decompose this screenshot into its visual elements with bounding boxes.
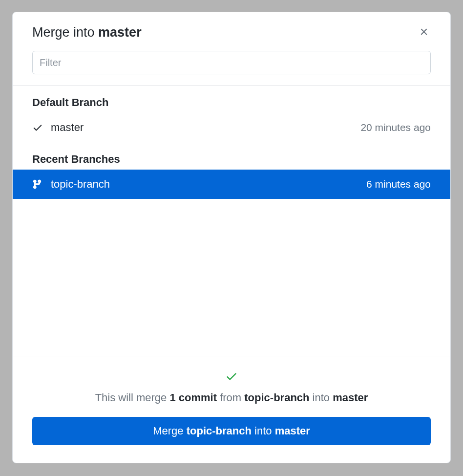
check-icon: [32, 122, 47, 133]
button-target: master: [275, 425, 310, 437]
default-branch-section: Default Branch: [13, 86, 450, 113]
branch-timestamp: 20 minutes ago: [360, 122, 431, 133]
branch-row-topic-branch[interactable]: topic-branch 6 minutes ago: [13, 170, 450, 199]
summary-prefix: This will merge: [95, 391, 170, 404]
filter-input[interactable]: [32, 51, 431, 74]
git-branch-icon: [32, 179, 47, 190]
merge-dialog: Merge into master Default Branch master …: [12, 12, 451, 463]
merge-button[interactable]: Merge topic-branch into master: [32, 417, 431, 445]
button-prefix: Merge: [153, 425, 186, 437]
dialog-title: Merge into master: [32, 25, 142, 40]
summary-mid1: from: [217, 391, 244, 404]
title-prefix: Merge into: [32, 25, 98, 40]
merge-summary: This will merge 1 commit from topic-bran…: [32, 391, 431, 404]
dialog-header: Merge into master: [13, 12, 450, 40]
summary-mid2: into: [310, 391, 333, 404]
success-check-icon: [32, 370, 431, 383]
default-branch-heading: Default Branch: [32, 86, 431, 113]
dialog-footer: This will merge 1 commit from topic-bran…: [13, 356, 450, 463]
branch-row-master[interactable]: master 20 minutes ago: [13, 113, 450, 142]
target-branch: master: [333, 391, 368, 404]
close-button[interactable]: [417, 26, 431, 40]
button-mid: into: [252, 425, 275, 437]
branch-name: master: [51, 121, 84, 134]
title-branch: master: [98, 25, 142, 40]
source-branch: topic-branch: [244, 391, 309, 404]
close-icon: [419, 26, 429, 39]
branch-timestamp: 6 minutes ago: [366, 178, 431, 190]
recent-branches-heading: Recent Branches: [32, 142, 431, 170]
branch-list: Default Branch master 20 minutes ago Rec…: [13, 86, 450, 356]
filter-row: [13, 40, 450, 85]
commit-count: 1 commit: [169, 391, 217, 404]
button-source: topic-branch: [187, 425, 252, 437]
branch-name: topic-branch: [51, 178, 110, 191]
recent-branches-section: Recent Branches: [13, 142, 450, 170]
